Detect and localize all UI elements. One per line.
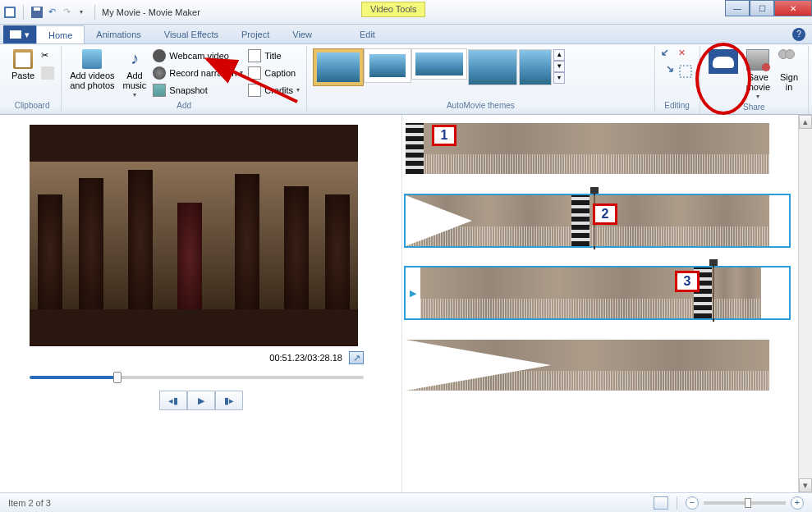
theme-thumb-5[interactable] [519,49,552,85]
fullscreen-button[interactable]: ↗ [349,351,364,364]
add-videos-button[interactable]: Add videos and photos [67,48,117,92]
play-button[interactable]: ▶ [187,391,215,410]
microphone-icon [153,66,166,80]
sign-in-icon [778,49,800,71]
copy-icon [41,66,54,80]
select-all-icon[interactable] [678,64,693,79]
cut-button[interactable]: ✂ [39,48,56,64]
add-videos-icon [82,49,102,69]
rotate-left-icon[interactable] [660,48,675,62]
svg-rect-1 [6,8,14,16]
timeline-pane: ▶ 1 2 3 ▴ ▾ [402,115,812,492]
svg-rect-3 [34,7,40,11]
group-share: Save movie Sign in Share [700,46,809,113]
zoom-out-button[interactable]: − [686,496,699,510]
time-display: 00:51.23/03:28.18 [269,353,342,363]
music-icon: ♪ [125,49,145,69]
snapshot-button[interactable]: Snapshot [151,82,245,98]
clip-1[interactable] [406,123,789,174]
marker-3: 3 [675,271,700,292]
tab-view[interactable]: View [281,25,323,43]
group-clipboard: Paste ✂ Clipboard [3,46,62,113]
paste-button[interactable]: Paste [8,48,38,82]
theme-thumb-3[interactable] [412,49,466,79]
themes-scroll-up[interactable]: ▲ [553,49,565,61]
rotate-right-icon[interactable] [660,64,675,79]
credits-icon [248,84,261,97]
zoom-thumb[interactable] [745,498,751,508]
tab-visual-effects[interactable]: Visual Effects [153,25,230,43]
tab-edit[interactable]: Edit [348,25,387,43]
app-icon [3,6,16,19]
svg-rect-4 [680,66,691,77]
ribbon: Paste ✂ Clipboard Add videos and photos … [0,44,812,115]
undo-icon[interactable]: ↶ [45,6,58,19]
close-button[interactable]: ✕ [774,0,812,16]
save-icon[interactable] [30,6,44,19]
save-movie-button[interactable]: Save movie [743,48,773,103]
preview-pane: 00:51.23/03:28.18 ↗ ◂▮ ▶ ▮▸ [0,115,402,492]
timeline-scrollbar[interactable]: ▴ ▾ [798,115,812,492]
maximize-button[interactable]: ☐ [750,0,774,16]
qat-dropdown[interactable] [75,6,88,19]
group-add: Add videos and photos ♪ Add music Webcam… [62,46,307,113]
ribbon-tabs: ▾ Home Animations Visual Effects Project… [0,25,812,44]
preview-video[interactable] [30,125,358,346]
tab-home[interactable]: Home [36,25,85,43]
clip-3[interactable]: ▶ [406,267,789,318]
caption-icon [248,66,261,80]
scissors-icon: ✂ [41,49,54,62]
paste-icon [13,49,33,69]
save-movie-icon [746,49,769,71]
copy-button[interactable] [39,65,56,81]
theme-thumb-4[interactable] [468,49,517,85]
add-music-button[interactable]: ♪ Add music [120,48,150,101]
title-icon [248,49,261,62]
contextual-tab-video-tools[interactable]: Video Tools [361,2,425,17]
credits-button[interactable]: Credits [246,82,301,98]
marker-2: 2 [593,203,617,225]
title-button[interactable]: Title [246,48,301,64]
caption-button[interactable]: Caption [246,65,301,81]
theme-thumb-2[interactable] [365,49,411,82]
minimize-button[interactable]: — [725,0,750,16]
scroll-up-icon[interactable]: ▴ [799,115,812,129]
title-bar: ↶ ↷ My Movie - Movie Maker Video Tools —… [0,0,812,25]
view-mode-icon[interactable] [654,496,668,510]
group-editing: ✕ Editing [655,46,700,113]
status-text: Item 2 of 3 [8,498,51,508]
seek-bar[interactable] [30,376,364,379]
delete-icon[interactable]: ✕ [678,48,693,62]
tab-animations[interactable]: Animations [85,25,152,43]
zoom-in-button[interactable]: + [791,496,804,510]
zoom-slider[interactable] [704,501,786,505]
scroll-down-icon[interactable]: ▾ [799,478,812,492]
seek-thumb[interactable] [113,372,122,383]
webcam-icon [153,49,166,62]
clip-4[interactable] [406,340,789,391]
themes-scroll-down[interactable]: ▼ [553,61,565,72]
tab-project[interactable]: Project [230,25,281,43]
help-icon[interactable]: ? [792,28,805,41]
window-title: My Movie - Movie Maker [102,7,200,17]
group-automovie: ▲ ▼ ▾ AutoMovie themes [307,46,655,113]
file-tab[interactable]: ▾ [3,25,36,43]
prev-frame-button[interactable]: ◂▮ [159,391,187,410]
onedrive-button[interactable] [705,48,741,75]
snapshot-icon [153,84,166,97]
themes-expand[interactable]: ▾ [553,72,565,84]
sign-in-button[interactable]: Sign in [775,48,803,94]
redo-icon[interactable]: ↷ [60,6,73,19]
theme-thumb-1[interactable] [314,49,363,85]
next-frame-button[interactable]: ▮▸ [215,391,243,410]
onedrive-icon [709,49,738,74]
marker-1: 1 [432,125,456,146]
record-narration-button[interactable]: Record narration [151,65,245,81]
status-bar: Item 2 of 3 − + [0,492,812,512]
webcam-button[interactable]: Webcam video [151,48,245,64]
